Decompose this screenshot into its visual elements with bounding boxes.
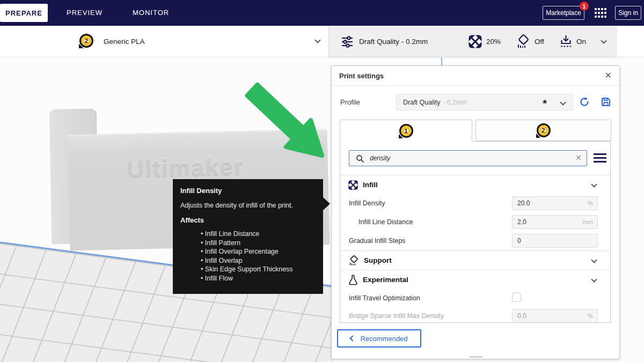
recommended-button[interactable]: Recommended (337, 329, 421, 348)
settings-list: ✕ Infill Infill D (340, 141, 611, 323)
sign-in-button[interactable]: Sign in (615, 6, 641, 20)
tab-extruder-2[interactable]: 2 (475, 120, 611, 141)
tab-extruder-1[interactable]: 1 (340, 120, 472, 142)
extruder-2-icon: 2 (537, 123, 551, 137)
affects-item: Infill Flow (201, 274, 316, 283)
setting-unit: mm (583, 219, 593, 225)
setting-value: 20.0 (517, 200, 530, 207)
profile-label: Profile (340, 98, 360, 106)
setting-label: Bridge Sparse Infill Max Density (349, 312, 444, 320)
tooltip-description: Adjusts the density of infill of the pri… (180, 202, 316, 209)
marketplace-button[interactable]: Marketplace (543, 6, 584, 20)
extruder-number: 2 (541, 127, 545, 134)
summary-infill-value: 20% (486, 26, 501, 57)
section-support[interactable]: Support (340, 251, 610, 270)
section-infill[interactable]: Infill (340, 175, 610, 194)
support-icon (516, 34, 530, 49)
affects-item: Infill Line Distance (201, 230, 316, 239)
bridge-sparse-infill-input[interactable]: 0.0 % (512, 309, 598, 323)
notification-badge: 1 (580, 2, 589, 11)
profile-suffix: - 0.2mm (443, 99, 466, 106)
profile-row: Profile Draft Quality - 0.2mm ★ (332, 86, 619, 119)
chevron-down-icon (591, 276, 597, 282)
adhesion-icon (559, 34, 573, 49)
setting-unit: % (588, 200, 593, 206)
setting-bridge-sparse-infill: Bridge Sparse Infill Max Density 0.0 % (340, 307, 610, 323)
profile-dropdown[interactable]: Draft Quality - 0.2mm ★ (396, 94, 573, 110)
tooltip-affects-title: Affects (180, 216, 316, 224)
material-name: Generic PLA (104, 26, 145, 57)
print-settings-summary[interactable]: Draft Quality - 0.2mm 20% Off (328, 26, 617, 57)
setting-value: 0.0 (517, 312, 526, 320)
setting-unit: % (588, 313, 593, 319)
setting-value: 0 (517, 237, 521, 245)
print-settings-panel: Print settings ✕ Profile Draft Quality -… (331, 65, 620, 359)
settings-menu-icon[interactable] (594, 153, 606, 163)
infill-icon (469, 35, 482, 48)
star-icon[interactable]: ★ (541, 98, 548, 106)
bar-spacer (617, 26, 644, 57)
summary-profile: Draft Quality - 0.2mm (359, 26, 428, 57)
affects-item: Infill Pattern (201, 239, 316, 248)
setting-infill-line-distance: Infill Line Distance 2.0 mm (340, 213, 610, 232)
tab-prepare[interactable]: PREPARE (0, 4, 48, 22)
chevron-down-icon (591, 181, 597, 187)
search-icon (356, 154, 364, 163)
section-experimental[interactable]: Experimental (340, 270, 610, 289)
tab-preview[interactable]: PREVIEW (67, 9, 103, 17)
clear-search-icon[interactable]: ✕ (575, 153, 582, 162)
close-icon[interactable]: ✕ (605, 70, 612, 81)
search-box[interactable]: ✕ (349, 150, 587, 166)
summary-adhesion-value: On (576, 26, 586, 57)
summary-support-value: Off (535, 26, 544, 57)
extruder-2-icon: 2 (79, 34, 93, 48)
gradual-infill-steps-input[interactable]: 0 (512, 234, 598, 248)
panel-drag-handle[interactable] (469, 356, 483, 358)
extruder-1-icon: 1 (399, 124, 413, 138)
model-embossed-logo: Ultimaker (126, 153, 244, 182)
extruder-number: 2 (85, 38, 88, 44)
setting-infill-density: Infill Density 20.0 % (340, 194, 610, 213)
chevron-down-icon (560, 99, 566, 105)
chevron-down-icon (314, 37, 320, 43)
infill-line-distance-input[interactable]: 2.0 mm (512, 215, 598, 229)
affects-item: Skin Edge Support Thickness (201, 265, 316, 274)
setting-label: Gradual Infill Steps (349, 237, 406, 245)
tab-monitor[interactable]: MONITOR (133, 9, 169, 17)
reset-profile-icon[interactable] (579, 97, 590, 107)
viewport-3d[interactable]: Ultimaker Print settings ✕ Profile Draft… (0, 57, 644, 362)
setting-value: 2.0 (517, 218, 526, 226)
extruder-number: 1 (404, 128, 407, 134)
infill-travel-optimization-checkbox[interactable] (512, 293, 521, 302)
material-selector[interactable]: 2 Generic PLA (0, 26, 328, 57)
app-switcher-icon[interactable] (595, 8, 606, 18)
top-navigation-bar: PREPARE PREVIEW MONITOR Marketplace 1 Si… (0, 0, 644, 26)
tooltip-infill-density: Infill Density Adjusts the density of in… (173, 179, 323, 294)
configuration-bar: 2 Generic PLA Draft Quality - 0.2mm 20% (0, 26, 644, 57)
recommended-label: Recommended (360, 335, 407, 343)
support-icon (348, 255, 359, 266)
sliders-icon (341, 35, 354, 48)
panel-title: Print settings (339, 72, 384, 80)
affects-item: Infill Overlap (201, 256, 316, 265)
setting-label: Infill Travel Optimization (349, 294, 420, 302)
infill-density-input[interactable]: 20.0 % (512, 196, 598, 210)
section-title: Support (364, 256, 392, 264)
affects-item: Infill Overlap Percentage (201, 247, 316, 256)
chevron-left-icon (350, 335, 356, 341)
chevron-down-icon (591, 257, 597, 263)
section-title: Infill (363, 181, 378, 189)
setting-label: Infill Density (349, 200, 385, 207)
tooltip-title: Infill Density (180, 187, 316, 195)
search-row: ✕ (340, 142, 610, 175)
chevron-down-icon (601, 38, 606, 43)
plate-edge-line (441, 57, 442, 65)
search-input[interactable] (370, 152, 568, 164)
tooltip-affects-list: Infill Line Distance Infill Pattern Infi… (201, 230, 316, 283)
panel-header: Print settings ✕ (332, 66, 619, 86)
section-title: Experimental (363, 276, 408, 284)
flask-icon (348, 275, 358, 285)
setting-gradual-infill-steps: Gradual Infill Steps 0 (340, 232, 610, 250)
save-profile-icon[interactable] (601, 97, 611, 107)
infill-icon (348, 180, 358, 190)
